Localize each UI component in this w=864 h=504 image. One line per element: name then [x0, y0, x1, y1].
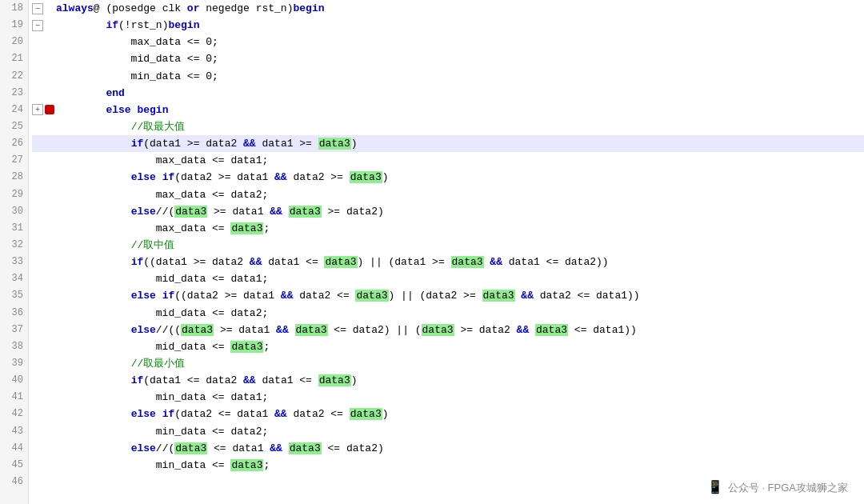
breakpoint-marker[interactable] [45, 105, 54, 114]
code-line: //取最大值 [32, 118, 864, 135]
code-line: if(data1 <= data2 && data1 <= data3) [32, 372, 864, 389]
token-hl: data3 [318, 138, 351, 150]
token-normal [56, 442, 131, 454]
code-line: max_data <= data1; [32, 152, 864, 169]
token-normal: data2 <= data1)) [534, 290, 640, 302]
code-line: //取中值 [32, 237, 864, 254]
token-kw: && [274, 408, 287, 420]
token-normal: ) || (data2 >= [389, 290, 482, 302]
line-number: 38 [5, 338, 23, 355]
token-hl: data3 [355, 290, 388, 302]
line-number: 40 [5, 372, 23, 389]
code-tokens: //取中值 [56, 237, 864, 254]
code-tokens: //取最大值 [56, 118, 864, 135]
token-hl: data3 [295, 324, 328, 336]
token-normal [56, 358, 131, 370]
token-kw: else if [131, 290, 175, 302]
code-tokens: else if(data2 >= data1 && data2 >= data3… [56, 169, 864, 186]
line-number: 23 [5, 85, 23, 102]
code-line: if(data1 >= data2 && data1 >= data3) [32, 135, 864, 152]
token-hl: data3 [535, 324, 568, 336]
token-normal [56, 206, 131, 218]
token-normal: data2 <= [287, 408, 350, 420]
token-normal: ) [382, 171, 389, 183]
token-hl: data3 [289, 442, 322, 454]
token-normal: (data1 <= data2 [143, 374, 243, 386]
code-line: + else begin [32, 102, 864, 118]
line-number: 43 [5, 423, 23, 440]
token-kw: && [270, 442, 282, 454]
token-normal: @ (posedge clk [94, 2, 187, 14]
token-kw: && [270, 206, 282, 218]
line-number: 19 [5, 17, 23, 34]
token-normal [56, 290, 131, 302]
token-normal [56, 256, 131, 268]
code-tokens: mid_data <= data2; [56, 305, 864, 322]
line-number: 37 [5, 322, 23, 338]
token-normal: //( [156, 442, 174, 454]
line-number: 20 [5, 34, 23, 50]
line-number: 32 [5, 237, 23, 254]
code-line: mid_data <= data1; [32, 270, 864, 287]
token-hl: data3 [230, 341, 263, 353]
token-normal: min_data <= data2; [56, 426, 268, 438]
code-tokens: mid_data <= data3; [56, 338, 864, 355]
code-line: −always@ (posedge clk or negedge rst_n)b… [32, 0, 864, 17]
token-hl: data3 [318, 374, 351, 386]
token-hl: data3 [324, 256, 357, 268]
token-hl: data3 [230, 459, 263, 471]
fold-collapse-icon[interactable]: − [32, 3, 43, 14]
token-normal: min_data <= 0; [56, 70, 218, 82]
line-number: 35 [5, 287, 23, 304]
code-tokens: max_data <= data2; [56, 186, 864, 203]
code-line: min_data <= data1; [32, 389, 864, 406]
token-normal: ) [351, 138, 358, 150]
token-normal [282, 442, 289, 454]
token-normal: max_data <= data1; [56, 154, 268, 166]
token-normal [529, 324, 535, 336]
token-kw: else if [131, 171, 175, 183]
token-normal: min_data <= data1; [56, 391, 268, 403]
token-kw: && [243, 138, 256, 150]
token-normal [289, 324, 295, 336]
line-number: 46 [5, 474, 23, 490]
token-normal: >= data2 [454, 324, 517, 336]
token-hl: data3 [289, 206, 322, 218]
token-cm: //取中值 [131, 239, 175, 251]
token-kw: if [131, 374, 144, 386]
token-kw: if [106, 19, 118, 31]
token-kw: if [131, 256, 144, 268]
token-normal: ; [263, 341, 270, 353]
line-number: 25 [5, 118, 23, 135]
token-normal: ; [263, 459, 270, 471]
token-normal: ; [263, 222, 270, 234]
token-normal: (data2 <= data1 [174, 408, 274, 420]
token-normal: negedge rst_n) [199, 2, 293, 14]
token-normal: >= data1 [207, 206, 270, 218]
line-number: 31 [5, 220, 23, 237]
code-tokens: else begin [56, 102, 864, 118]
code-tokens: //取最小值 [56, 355, 864, 372]
token-normal: data1 <= [256, 374, 318, 386]
token-hl: data3 [350, 408, 382, 420]
code-line: min_data <= 0; [32, 68, 864, 85]
token-kw: else [106, 104, 130, 116]
token-normal: ) [351, 374, 358, 386]
token-normal: min_data <= [56, 459, 230, 471]
code-tokens: else//((data3 >= data1 && data3 <= data2… [56, 322, 864, 338]
token-normal: //(( [156, 324, 181, 336]
line-number: 36 [5, 305, 23, 322]
code-tokens: if(!rst_n)begin [56, 17, 864, 34]
code-viewer: 1819202122232425262728293031323334353637… [0, 0, 864, 504]
code-line: max_data <= 0; [32, 34, 864, 50]
token-kw: begin [168, 19, 199, 31]
code-tokens: max_data <= 0; [56, 34, 864, 50]
token-normal [56, 171, 131, 183]
code-line: min_data <= data3; [32, 457, 864, 474]
code-tokens: min_data <= data2; [56, 423, 864, 440]
fold-expand-icon[interactable]: + [32, 104, 43, 115]
token-normal: >= data2) [322, 206, 384, 218]
token-normal: data1 >= [256, 138, 318, 150]
token-normal [56, 19, 106, 31]
fold-collapse-icon[interactable]: − [32, 20, 43, 31]
